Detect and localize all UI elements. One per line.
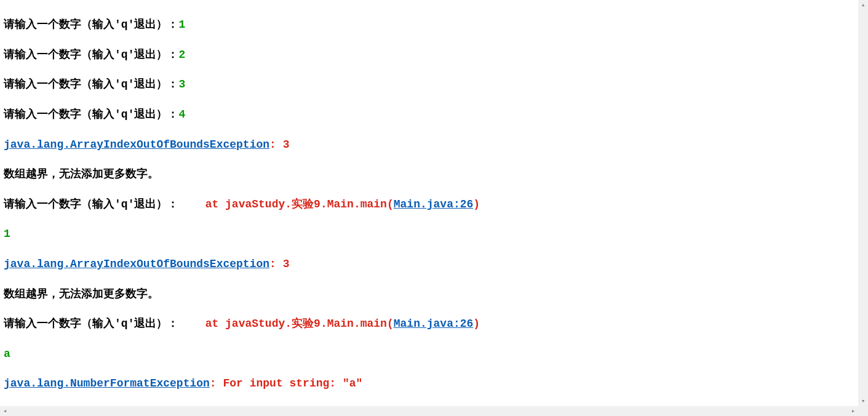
user-input: 3 bbox=[178, 78, 185, 90]
prompt-q: q bbox=[121, 108, 128, 121]
prompt-text: 请输入一个数字（输入' bbox=[4, 108, 121, 121]
prompt-text: 请输入一个数字（输入' bbox=[4, 78, 121, 90]
trace-pkg: javaStudy. bbox=[225, 198, 292, 210]
prompt-tail: '退出）： bbox=[128, 18, 179, 31]
exception-msg: 3 bbox=[283, 258, 290, 270]
console-output: 请输入一个数字（输入'q'退出）：1 请输入一个数字（输入'q'退出）：2 请输… bbox=[0, 0, 858, 406]
prompt-line-1: 请输入一个数字（输入'q'退出）：1 bbox=[4, 17, 854, 32]
prompt-q: q bbox=[121, 198, 128, 210]
exception-sep: : bbox=[210, 377, 223, 390]
exception-sep: : bbox=[269, 138, 283, 151]
exception-sep: : bbox=[269, 258, 283, 270]
exception-link[interactable]: java.lang.NumberFormatException bbox=[4, 377, 210, 390]
trace-at: at bbox=[178, 318, 225, 330]
message-line: 数组越界，无法添加更多数字。 bbox=[4, 167, 854, 182]
source-link[interactable]: Main.java:26 bbox=[394, 198, 474, 210]
message-line: 数组越界，无法添加更多数字。 bbox=[4, 287, 854, 302]
trace-pkg-cn: 实验9 bbox=[292, 198, 321, 210]
trace-method: .Main.main( bbox=[321, 318, 394, 330]
user-input-line: 1 bbox=[4, 226, 854, 241]
prompt-text: 请输入一个数字（输入' bbox=[4, 18, 121, 31]
prompt-tail: '退出）： bbox=[128, 108, 179, 121]
prompt-q: q bbox=[121, 49, 128, 61]
prompt-tail: '退出）： bbox=[128, 78, 179, 90]
prompt-line-2: 请输入一个数字（输入'q'退出）：2 bbox=[4, 47, 854, 62]
prompt-text: 请输入一个数字（输入' bbox=[4, 198, 121, 210]
user-input: 1 bbox=[178, 18, 185, 31]
prompt-q: q bbox=[121, 78, 128, 90]
prompt-text: 请输入一个数字（输入' bbox=[4, 318, 121, 330]
prompt-text: 请输入一个数字（输入' bbox=[4, 49, 121, 61]
scroll-right-icon[interactable]: ▸ bbox=[848, 406, 858, 416]
exception-line-2: java.lang.ArrayIndexOutOfBoundsException… bbox=[4, 257, 854, 271]
exception-link[interactable]: java.lang.ArrayIndexOutOfBoundsException bbox=[4, 258, 269, 270]
prompt-tail: '退出）： bbox=[128, 49, 179, 61]
prompt-with-trace-2: 请输入一个数字（输入'q'退出）： at javaStudy.实验9.Main.… bbox=[4, 316, 854, 331]
horizontal-scrollbar[interactable]: ◂ ▸ bbox=[0, 406, 858, 416]
exception-msg: 3 bbox=[283, 138, 290, 151]
scrollbar-corner bbox=[858, 406, 868, 416]
user-input: 2 bbox=[178, 49, 185, 61]
prompt-line-3: 请输入一个数字（输入'q'退出）：3 bbox=[4, 77, 854, 92]
prompt-with-trace-1: 请输入一个数字（输入'q'退出）： at javaStudy.实验9.Main.… bbox=[4, 197, 854, 212]
exception-msg: For input string: "a" bbox=[223, 377, 362, 390]
source-link[interactable]: Main.java:26 bbox=[394, 318, 474, 330]
scroll-up-icon[interactable]: ▴ bbox=[858, 0, 868, 10]
exception-link[interactable]: java.lang.ArrayIndexOutOfBoundsException bbox=[4, 138, 269, 151]
prompt-q: q bbox=[121, 18, 128, 31]
trace-at: at bbox=[178, 198, 225, 210]
user-input-line: a bbox=[4, 346, 854, 361]
exception-line-3: java.lang.NumberFormatException: For inp… bbox=[4, 376, 854, 391]
trace-close: ) bbox=[473, 318, 480, 330]
trace-pkg: javaStudy. bbox=[225, 318, 292, 330]
scroll-down-icon[interactable]: ▾ bbox=[858, 396, 868, 406]
trace-method: .Main.main( bbox=[321, 198, 394, 210]
prompt-q: q bbox=[121, 318, 128, 330]
prompt-tail: '退出）： bbox=[128, 198, 179, 210]
trace-pkg-cn: 实验9 bbox=[292, 318, 321, 330]
user-input: 4 bbox=[178, 108, 185, 121]
prompt-tail: '退出）： bbox=[128, 318, 179, 330]
exception-line-1: java.lang.ArrayIndexOutOfBoundsException… bbox=[4, 137, 854, 152]
trace-close: ) bbox=[473, 198, 480, 210]
scroll-left-icon[interactable]: ◂ bbox=[0, 406, 10, 416]
prompt-line-4: 请输入一个数字（输入'q'退出）：4 bbox=[4, 107, 854, 122]
vertical-scrollbar[interactable]: ▴ ▾ bbox=[858, 0, 868, 406]
